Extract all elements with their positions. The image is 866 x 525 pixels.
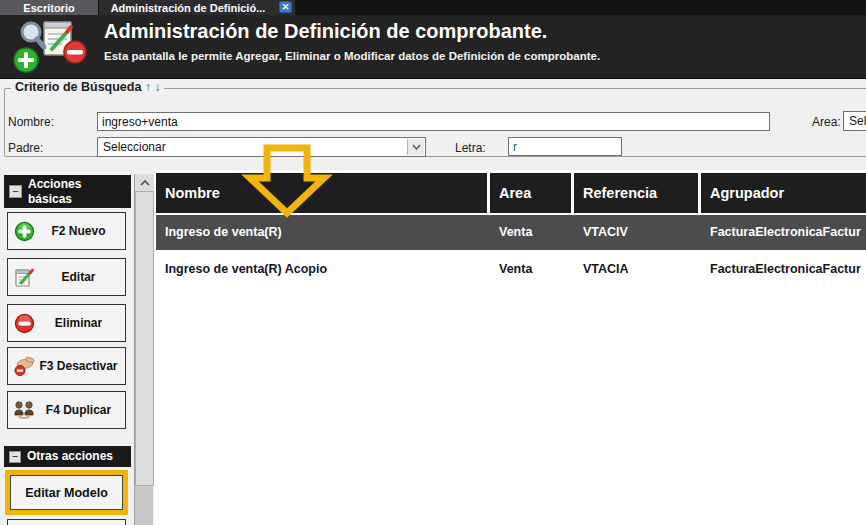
editar-modelo-label: Editar Modelo — [25, 486, 108, 500]
tab-bar: Escritorio Administración de Definició..… — [0, 0, 866, 15]
f4-duplicar-label: F4 Duplicar — [36, 403, 121, 417]
sidebar-section-acciones-basicas[interactable]: − Acciones básicas — [4, 175, 131, 208]
duplicate-people-icon — [12, 399, 36, 421]
page-title: Administración de Definición de comproba… — [104, 20, 547, 43]
eliminar-label: Eliminar — [36, 316, 121, 330]
edit-notepad-icon — [12, 266, 36, 288]
nombre-input[interactable] — [97, 112, 770, 131]
search-criteria-zone: Criterio de Búsqueda ↑ ↓ Nombre: Area: S… — [0, 79, 866, 170]
cell-agrupador: FacturaElectronicaFactur — [701, 252, 866, 287]
cell-agrupador: FacturaElectronicaFactur — [701, 215, 866, 250]
hand-deactivate-icon — [12, 355, 36, 377]
table-header-row: Nombre Area Referencia Agrupador — [156, 173, 866, 213]
cell-referencia: VTACIA — [574, 252, 701, 287]
letra-input[interactable] — [508, 137, 622, 156]
table-row[interactable]: Ingreso de venta(R) Venta VTACIV Factura… — [156, 215, 866, 250]
tab-escritorio-label: Escritorio — [23, 2, 74, 14]
sort-up-icon[interactable]: ↑ — [145, 80, 151, 94]
area-select-value: Sel — [849, 114, 866, 128]
plus-circle-icon — [12, 221, 36, 242]
sidebar-button-partial[interactable] — [7, 519, 126, 525]
column-header-agrupador[interactable]: Agrupador — [701, 173, 866, 213]
tab-close-icon[interactable]: ✕ — [279, 1, 292, 13]
padre-select-value: Seleccionar — [103, 140, 166, 154]
collapse-minus-icon[interactable]: − — [9, 451, 21, 463]
scroll-up-icon[interactable] — [135, 174, 154, 191]
column-header-nombre[interactable]: Nombre — [156, 173, 490, 213]
editar-label: Editar — [36, 270, 121, 284]
eliminar-button[interactable]: Eliminar — [7, 304, 126, 342]
results-table: Nombre Area Referencia Agrupador Ingreso… — [154, 170, 866, 525]
padre-label: Padre: — [8, 141, 43, 155]
column-header-area[interactable]: Area — [490, 173, 574, 213]
cell-nombre: Ingreso de venta(R) — [156, 215, 490, 250]
padre-select[interactable]: Seleccionar — [97, 137, 426, 157]
cell-area: Venta — [490, 215, 574, 250]
nombre-label: Nombre: — [8, 115, 54, 129]
cell-nombre: Ingreso de venta(R) Acopio — [156, 252, 490, 287]
letra-label: Letra: — [455, 141, 486, 155]
sidebar-section-title: Acciones básicas — [28, 177, 106, 207]
sort-down-icon[interactable]: ↓ — [154, 80, 160, 94]
scrollbar-thumb[interactable] — [135, 191, 154, 486]
page-subtitle: Esta pantalla le permite Agregar, Elimin… — [104, 50, 600, 62]
search-criteria-legend: Criterio de Búsqueda ↑ ↓ — [11, 80, 164, 94]
cell-referencia: VTACIV — [574, 215, 701, 250]
f3-desactivar-label: F3 Desactivar — [36, 359, 121, 373]
f3-desactivar-button[interactable]: F3 Desactivar — [7, 347, 126, 385]
editar-modelo-button[interactable]: Editar Modelo — [10, 475, 123, 510]
f2-nuevo-label: F2 Nuevo — [36, 224, 121, 238]
table-row[interactable]: Ingreso de venta(R) Acopio Venta VTACIA … — [156, 252, 866, 287]
f4-duplicar-button[interactable]: F4 Duplicar — [7, 391, 126, 429]
search-criteria-legend-text: Criterio de Búsqueda — [15, 80, 141, 94]
collapse-minus-icon[interactable]: − — [9, 185, 22, 198]
area-label: Area: — [812, 115, 841, 129]
application-window: Escritorio Administración de Definició..… — [0, 0, 866, 525]
page-header: Administración de Definición de comproba… — [0, 15, 866, 79]
tab-administracion[interactable]: Administración de Definició... ✕ — [99, 0, 295, 15]
area-select[interactable]: Sel — [843, 111, 866, 131]
cell-area: Venta — [490, 252, 574, 287]
tab-escritorio[interactable]: Escritorio — [0, 0, 98, 15]
chevron-down-icon[interactable] — [407, 139, 424, 155]
sidebar-section-title: Otras acciones — [27, 449, 113, 464]
editar-modelo-highlight: Editar Modelo — [5, 470, 128, 515]
sidebar-section-otras-acciones[interactable]: − Otras acciones — [4, 446, 131, 467]
column-header-referencia[interactable]: Referencia — [574, 173, 701, 213]
tab-administracion-label: Administración de Definició... — [111, 2, 266, 14]
minus-circle-icon — [12, 313, 36, 334]
app-icon — [12, 19, 92, 75]
editar-button[interactable]: Editar — [7, 258, 126, 296]
f2-nuevo-button[interactable]: F2 Nuevo — [7, 212, 126, 250]
vertical-scrollbar[interactable] — [134, 174, 153, 525]
